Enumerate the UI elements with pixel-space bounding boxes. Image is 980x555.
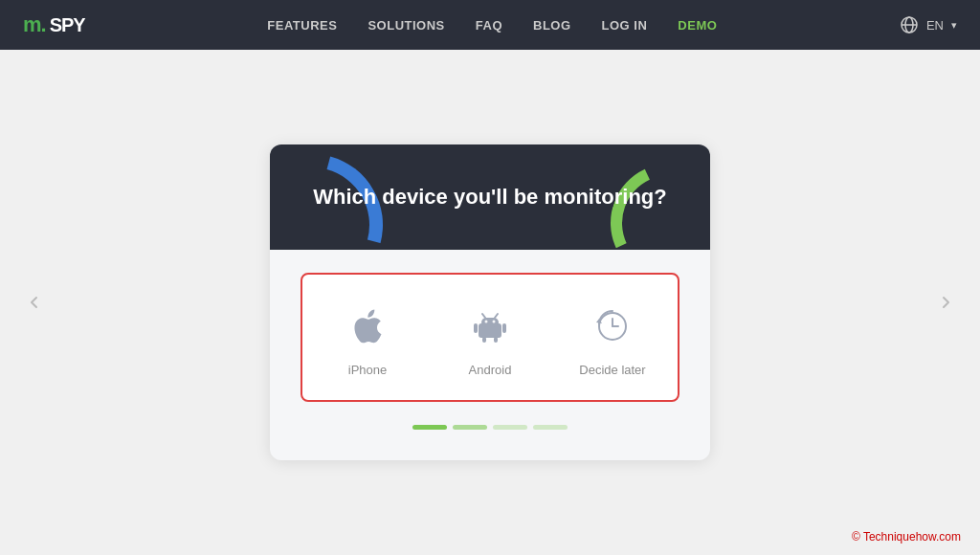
decide-later-label: Decide later [579,363,645,377]
progress-step-1 [412,425,447,430]
iphone-option[interactable]: iPhone [310,282,425,392]
logo-dot: m. [23,12,46,37]
svg-rect-10 [494,337,498,343]
svg-point-6 [493,321,496,323]
svg-rect-7 [474,323,478,333]
watermark: © Techniquehow.com [852,530,961,544]
apple-svg [346,305,389,347]
next-arrow[interactable] [930,287,961,318]
language-selector[interactable]: EN ▾ [900,15,957,34]
android-label: Android [469,363,512,377]
clock-icon [588,301,637,351]
apple-icon [343,301,392,351]
progress-step-4 [533,425,568,430]
nav-demo[interactable]: DEMO [678,18,717,33]
chevron-right-icon [938,295,953,310]
progress-step-3 [493,425,527,430]
clock-svg [591,305,634,347]
nav-solutions[interactable]: SOLUTIONS [368,18,444,33]
globe-icon [900,15,919,34]
lang-label: EN [926,18,944,33]
iphone-label: iPhone [348,363,387,377]
main-content: Which device you'll be monitoring? iPhon… [0,50,980,555]
nav-blog[interactable]: BLOG [533,18,571,33]
svg-line-12 [495,314,498,318]
android-svg [469,305,511,347]
decide-later-option[interactable]: Decide later [555,282,670,392]
nav-login[interactable]: LOG IN [602,18,648,33]
card-header: Which device you'll be monitoring? [270,144,710,251]
device-options-container: iPhone [301,273,679,402]
nav-links: FEATURES SOLUTIONS FAQ BLOG LOG IN DEMO [267,18,717,33]
card-body: iPhone [270,250,710,460]
progress-step-2 [453,425,487,430]
device-selection-card: Which device you'll be monitoring? iPhon… [270,144,710,461]
svg-rect-9 [482,337,486,343]
android-icon [465,301,515,351]
logo-text: SPY [50,14,85,36]
logo[interactable]: m.SPY [23,12,85,37]
android-option[interactable]: Android [433,282,547,392]
svg-rect-8 [502,323,506,333]
svg-line-11 [482,314,485,318]
navbar: m.SPY FEATURES SOLUTIONS FAQ BLOG LOG IN… [0,0,980,50]
prev-arrow[interactable] [19,287,50,318]
svg-point-5 [485,321,488,323]
nav-features[interactable]: FEATURES [267,18,337,33]
nav-faq[interactable]: FAQ [476,18,502,33]
svg-rect-4 [481,318,499,327]
chevron-left-icon [27,295,42,310]
progress-indicators [301,425,679,430]
chevron-down-icon: ▾ [951,19,957,32]
card-title: Which device you'll be monitoring? [301,183,679,212]
